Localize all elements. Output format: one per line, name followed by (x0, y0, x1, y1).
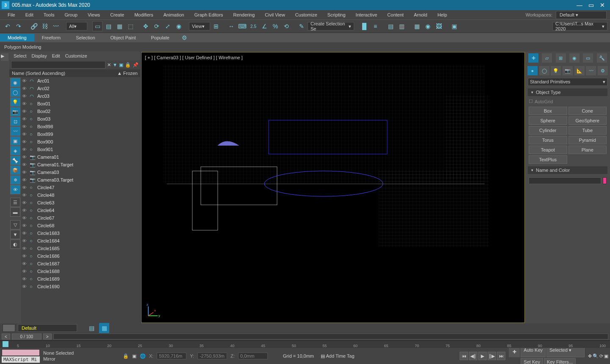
list-item[interactable]: 👁○Circle1688 (21, 267, 140, 275)
viewport[interactable]: [ + ] [ Camera03 ] [ User Defined ] [ Wi… (141, 52, 525, 323)
filter-hier-icon[interactable]: ▬ (10, 207, 20, 217)
list-item[interactable]: 👁○Circle1686 (21, 252, 140, 260)
pivot-icon[interactable]: ⊞ (211, 21, 221, 31)
scene-header-name[interactable]: Name (Sorted Ascending) (12, 71, 117, 76)
nav-max-icon[interactable]: ▣ (604, 353, 608, 359)
list-item[interactable]: 👁○Circle1689 (21, 275, 140, 283)
ribbon-config-icon[interactable]: ⚙ (180, 33, 190, 43)
primitive-pyramid-button[interactable]: Pyramid (568, 136, 607, 144)
close-icon[interactable]: ✕ (600, 2, 605, 8)
visibility-icon[interactable]: 👁 (22, 132, 28, 137)
category-dropdown[interactable]: Standard Primitives▾ (528, 78, 607, 86)
menu-animation[interactable]: Animation (159, 11, 189, 18)
leftstack-btn[interactable]: ▶ (1, 53, 8, 61)
time-next-button[interactable]: > (43, 334, 52, 339)
z-input[interactable]: 0,0mm (238, 353, 268, 359)
filter-list-icon[interactable]: ☰ (10, 198, 20, 207)
goto-end-icon[interactable]: ⏭ (497, 352, 505, 360)
list-item[interactable]: 👁📷Camera03 (21, 168, 140, 176)
primitive-plane-button[interactable]: Plane (568, 146, 607, 154)
modify-tab-icon[interactable]: ▱ (542, 53, 552, 63)
filter-spacewarps-icon[interactable]: 〰 (10, 127, 20, 136)
track-bar[interactable]: 5101520253035404550556065707580859095100 (0, 340, 610, 348)
scene-list[interactable]: 👁◠Arc01👁◠Arc02👁◠Arc03👁○Box01👁○Box02👁○Box… (21, 77, 140, 323)
nav-pan-icon[interactable]: ✥ (588, 353, 592, 359)
mirror-icon[interactable]: ▐▌ (359, 21, 369, 31)
list-item[interactable]: 👁○Circle1683 (21, 229, 140, 237)
menu-edit[interactable]: Edit (21, 11, 38, 18)
list-item[interactable]: 👁📷Camera01 (21, 153, 140, 161)
filter-cameras-icon[interactable]: 📷 (10, 107, 20, 116)
list-item[interactable]: 👁📷Camera03.Target (21, 176, 140, 184)
layer-swatch[interactable] (3, 324, 15, 332)
scene-pin-icon[interactable]: 📌 (133, 62, 139, 68)
render-thumbnail[interactable] (2, 349, 40, 356)
object-color-swatch[interactable] (603, 177, 607, 184)
menu-group[interactable]: Group (60, 11, 82, 18)
primitive-cone-button[interactable]: Cone (568, 107, 607, 115)
selection-filter-dropdown[interactable]: All ▾ (66, 22, 87, 30)
visibility-icon[interactable]: 👁 (22, 116, 28, 121)
menu-customize[interactable]: Customize (291, 11, 322, 18)
scene-menu-display[interactable]: Display (32, 53, 47, 58)
display-tab-icon[interactable]: ▭ (583, 53, 593, 63)
visibility-icon[interactable]: 👁 (22, 94, 28, 99)
scale-icon[interactable]: ⤢ (163, 21, 173, 31)
render-frame-icon[interactable]: ▣ (449, 21, 459, 31)
tab-objectpaint[interactable]: Object Paint (103, 34, 144, 41)
list-item[interactable]: 👁○Box01 (21, 100, 140, 108)
scene-menu-edit[interactable]: Edit (52, 53, 60, 58)
list-item[interactable]: 👁○Circle1684 (21, 237, 140, 245)
filter-funnel2-icon[interactable]: ▼ (10, 230, 20, 239)
scene-lock-icon[interactable]: 🔒 (125, 62, 131, 68)
menu-interactive[interactable]: Interactive (352, 11, 382, 18)
add-time-tag[interactable]: ▤ Add Time Tag (321, 353, 355, 359)
systems-icon[interactable]: ⚙ (598, 66, 608, 75)
project-path-dropdown[interactable]: C:\Users\T...s Max 2020 ▾ (552, 22, 607, 30)
visibility-icon[interactable]: 👁 (22, 238, 28, 243)
material-editor-icon[interactable]: ◉ (423, 21, 433, 31)
list-item[interactable]: 👁📷Camera01.Target (21, 161, 140, 168)
visibility-icon[interactable]: 👁 (22, 223, 28, 228)
hierarchy-tab-icon[interactable]: ⊞ (556, 53, 566, 63)
maxscript-listener[interactable]: MAXScript Mi (2, 356, 40, 363)
setkey-button[interactable]: Set Key (521, 358, 543, 364)
list-item[interactable]: 👁◠Arc03 (21, 92, 140, 100)
percent-snap-icon[interactable]: % (270, 21, 280, 31)
list-item[interactable]: 👁○Circle67 (21, 214, 140, 222)
list-item[interactable]: 👁○Circle64 (21, 207, 140, 214)
lights-icon[interactable]: 💡 (551, 66, 561, 75)
filter-lights-icon[interactable]: 💡 (10, 97, 20, 107)
primitive-geosphere-button[interactable]: GeoSphere (568, 116, 607, 125)
list-item[interactable]: 👁○Circle1687 (21, 260, 140, 267)
menu-arnold[interactable]: Arnold (410, 11, 432, 18)
visibility-icon[interactable]: 👁 (22, 162, 28, 167)
play-icon[interactable]: ▶ (478, 352, 487, 360)
visibility-icon[interactable]: 👁 (22, 185, 28, 190)
list-item[interactable]: 👁○Box900 (21, 138, 140, 146)
placement-icon[interactable]: ◉ (174, 21, 184, 31)
ribbon-sublabel[interactable]: Polygon Modeling (4, 44, 41, 50)
menu-file[interactable]: File (3, 11, 19, 18)
spacewarps2-icon[interactable]: 〰 (586, 66, 596, 75)
x-input[interactable]: 5920,716m (157, 353, 186, 359)
primitive-box-button[interactable]: Box (529, 107, 567, 115)
maximize-icon[interactable]: ▭ (588, 2, 594, 8)
time-slider[interactable]: < 0 / 100 > (0, 333, 610, 340)
world-icon[interactable]: 🌐 (140, 353, 146, 359)
scene-viewall-icon[interactable]: ▣ (119, 62, 123, 68)
prev-frame-icon[interactable]: ◀∥ (469, 352, 477, 360)
scene-menu-select[interactable]: Select (14, 53, 27, 58)
curve-editor-icon[interactable]: ▥ (396, 21, 407, 31)
track-toggle-icon[interactable] (3, 341, 8, 347)
scene-header-frozen[interactable]: ▲ Frozen (117, 71, 138, 76)
menu-modifiers[interactable]: Modifiers (130, 11, 158, 18)
manipulate-icon[interactable]: ↔ (226, 21, 236, 31)
tab-populate[interactable]: Populate (143, 34, 177, 41)
filter-helpers-icon[interactable]: ⊡ (10, 117, 20, 126)
scene-search-clear-icon[interactable]: ✕ (107, 62, 111, 68)
list-item[interactable]: 👁○Box901 (21, 146, 140, 153)
filter-frozen-icon[interactable]: ❄ (10, 175, 20, 185)
visibility-icon[interactable]: 👁 (22, 208, 28, 213)
scene-search-input[interactable] (11, 61, 105, 69)
